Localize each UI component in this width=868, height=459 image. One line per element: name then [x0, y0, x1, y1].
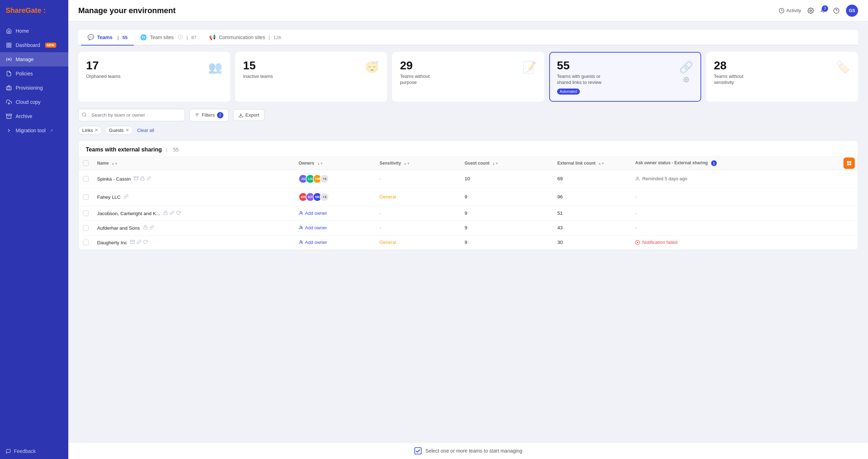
reminded-icon: [635, 176, 640, 181]
row-select-cell[interactable]: [79, 170, 93, 188]
sidebar-item-provisioning[interactable]: Provisioning: [0, 81, 68, 95]
remove-links-filter-icon[interactable]: ✕: [95, 128, 98, 133]
help-button[interactable]: [833, 7, 840, 14]
card-settings-icon[interactable]: [683, 77, 689, 82]
sidebar-nav: Home Dashboard NEW Manage Policies Pro: [0, 21, 68, 443]
th-name[interactable]: Name ▲▼: [93, 157, 294, 170]
notification-count: 3: [822, 5, 828, 12]
clear-all-filters-button[interactable]: Clear all: [137, 128, 154, 133]
no-purpose-icon: 📝: [522, 60, 536, 74]
row-checkbox[interactable]: [83, 194, 89, 200]
tab-teams[interactable]: 💬 Teams | 55: [81, 30, 134, 46]
row-select-cell[interactable]: [79, 188, 93, 206]
header: Manage your environment Activity 3 GS: [68, 0, 868, 21]
stat-card-no-sensitivity[interactable]: 28 Teams without sensitivity 🏷️: [706, 52, 858, 102]
row-select-cell[interactable]: [79, 206, 93, 220]
feedback-button[interactable]: Feedback: [0, 443, 68, 459]
archive-row-icon: [134, 176, 138, 181]
filter-tag-links[interactable]: Links ✕: [78, 126, 102, 135]
inactive-label: Inactive teams: [243, 74, 273, 80]
sensitivity-value: General: [380, 194, 396, 199]
settings-button[interactable]: [808, 7, 814, 14]
export-button[interactable]: Export: [233, 109, 265, 121]
content-area: 💬 Teams | 55 🌐 Team sites ⓘ | 87 📢 Commu…: [68, 21, 868, 459]
comm-sites-tab-icon: 📢: [209, 34, 216, 41]
sidebar-item-cloud-copy[interactable]: Cloud copy: [0, 95, 68, 109]
sidebar-item-manage[interactable]: Manage: [0, 52, 68, 66]
notifications-button[interactable]: 3: [820, 7, 827, 15]
logo-text: ShareGate: [6, 6, 41, 15]
svg-line-15: [85, 116, 86, 117]
sidebar-item-migration-tool[interactable]: Migration tool ↗: [0, 123, 68, 138]
add-owner-button[interactable]: Add owner: [298, 240, 327, 245]
user-avatar[interactable]: GS: [846, 5, 858, 17]
stat-card-orphaned[interactable]: 17 Orphaned teams 👥: [78, 52, 230, 102]
row-checkbox[interactable]: [83, 225, 89, 231]
th-guest-count[interactable]: Guest count ▲▼: [460, 157, 553, 170]
no-purpose-count: 29: [400, 59, 446, 72]
row-select-cell[interactable]: [79, 220, 93, 235]
sidebar-item-dashboard[interactable]: Dashboard NEW: [0, 38, 68, 52]
search-input[interactable]: [78, 109, 185, 121]
svg-rect-5: [6, 87, 11, 90]
remove-guests-filter-icon[interactable]: ✕: [126, 128, 129, 133]
stat-card-inactive[interactable]: 15 Inactive teams 😴: [235, 52, 387, 102]
filter-tag-guests[interactable]: Guests ✕: [105, 126, 133, 135]
tab-communication-sites[interactable]: 📢 Communication sites | 126: [203, 30, 287, 46]
stat-card-guests-links[interactable]: 55 Teams with guests or shared links to …: [549, 52, 701, 102]
row-ask-owner-cell: Reminded 5 days ago: [631, 170, 858, 188]
th-owners[interactable]: Owners ▲▼: [294, 157, 375, 170]
tab-team-sites[interactable]: 🌐 Team sites ⓘ | 87: [134, 30, 203, 46]
sidebar-item-label: Migration tool: [16, 128, 46, 133]
row-checkbox[interactable]: [83, 240, 89, 245]
sidebar-item-policies[interactable]: Policies: [0, 66, 68, 81]
row-sensitivity-cell: General: [375, 188, 460, 206]
add-owner-button[interactable]: Add owner: [298, 225, 327, 230]
team-name: Fahey LLC: [97, 194, 121, 200]
link-row-icon: [137, 240, 141, 244]
row-checkbox[interactable]: [83, 176, 89, 182]
ask-owner-panel-button[interactable]: [843, 158, 855, 169]
svg-point-14: [83, 113, 86, 116]
row-sensitivity-cell: -: [375, 220, 460, 235]
owner-avatars: EB KF NK +3: [298, 192, 371, 202]
ext-link-sort-icon: ▲▼: [598, 162, 604, 165]
row-name-cell: Spinka - Cassin: [93, 170, 294, 188]
archive-icon: [6, 113, 12, 119]
team-name: Spinka - Cassin: [97, 176, 131, 182]
filter-tag-links-label: Links: [82, 128, 93, 133]
th-ask-owner: Ask owner status - External sharing 1: [631, 157, 858, 170]
ask-owner-panel-icon: [846, 160, 852, 166]
add-owner-label: Add owner: [305, 225, 327, 230]
no-sensitivity-label: Teams without sensitivity: [714, 74, 760, 86]
row-name-cell: Aufderhar and Sons: [93, 220, 294, 235]
stat-cards-row: 17 Orphaned teams 👥 15 Inactive teams 😴 …: [78, 52, 858, 102]
no-sensitivity-icon: 🏷️: [836, 60, 850, 74]
select-all-checkbox[interactable]: [83, 160, 89, 166]
add-owner-button[interactable]: Add owner: [298, 210, 327, 216]
svg-rect-36: [130, 240, 134, 241]
sidebar-item-archive[interactable]: Archive: [0, 109, 68, 123]
select-all-header[interactable]: [79, 157, 93, 170]
guests-links-icon: 🔗: [679, 60, 693, 74]
row-owners-cell[interactable]: Add owner: [294, 235, 375, 250]
svg-rect-2: [9, 46, 11, 47]
th-sensitivity[interactable]: Sensitivity ▲▼: [375, 157, 460, 170]
svg-point-38: [300, 241, 302, 242]
filters-button[interactable]: Filters 2: [189, 109, 229, 122]
stat-card-no-purpose[interactable]: 29 Teams without purpose 📝: [392, 52, 544, 102]
row-owners-cell[interactable]: Add owner: [294, 206, 375, 220]
row-checkbox[interactable]: [83, 210, 89, 216]
sidebar-item-label: Manage: [16, 57, 34, 62]
app-logo[interactable]: ShareGate:: [0, 0, 68, 21]
ext-link-value: 30: [557, 240, 563, 245]
sidebar-item-home[interactable]: Home: [0, 24, 68, 38]
th-ext-link-count[interactable]: External link count ▲▼: [553, 157, 631, 170]
row-owners-cell[interactable]: Add owner: [294, 220, 375, 235]
owner-avatars: JG LS VM +2: [298, 174, 371, 183]
row-select-cell[interactable]: [79, 235, 93, 250]
owner-extra-count: +3: [320, 192, 329, 202]
filter-count: 2: [217, 112, 223, 118]
activity-button[interactable]: Activity: [779, 8, 801, 14]
row-sensitivity-cell: -: [375, 206, 460, 220]
